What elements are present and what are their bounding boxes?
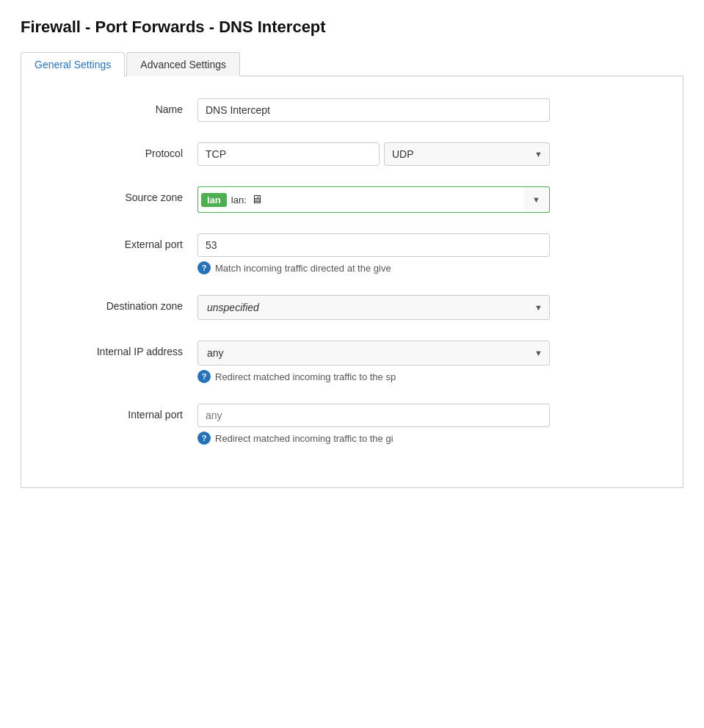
name-input[interactable] (197, 98, 550, 122)
external-port-help-text: Match incoming traffic directed at the g… (215, 263, 391, 274)
destination-zone-label: Destination zone (36, 295, 197, 312)
internal-ip-label: Internal IP address (36, 341, 197, 357)
tab-general[interactable]: General Settings (21, 52, 125, 76)
internal-port-help-row: ? Redirect matched incoming traffic to t… (197, 432, 550, 445)
lan-text: lan: (231, 194, 247, 205)
source-zone-label: Source zone (36, 186, 197, 203)
external-port-help-row: ? Match incoming traffic directed at the… (197, 261, 550, 274)
external-port-label: External port (36, 233, 197, 250)
internal-port-input[interactable] (197, 404, 550, 427)
internal-ip-help-row: ? Redirect matched incoming traffic to t… (197, 370, 550, 383)
protocol-label: Protocol (36, 142, 197, 159)
source-zone-row: Source zone lan lan: 🖥 ▼ (36, 186, 668, 213)
source-zone-dropdown-arrow: ▼ (532, 195, 540, 204)
protocol-select[interactable]: UDP TCP TCP/UDP Other (384, 142, 550, 166)
destination-zone-select[interactable]: unspecified lan wan any (197, 295, 550, 320)
computer-icon: 🖥 (251, 193, 263, 206)
page-title: Firewall - Port Forwards - DNS Intercept (21, 18, 683, 37)
lan-badge: lan (201, 193, 227, 207)
destination-zone-row: Destination zone unspecified lan wan any… (36, 295, 668, 320)
internal-ip-help-text: Redirect matched incoming traffic to the… (215, 371, 396, 382)
protocol-control: UDP TCP TCP/UDP Other ▼ (197, 142, 550, 166)
name-control (197, 98, 550, 122)
tabs-container: General Settings Advanced Settings (21, 51, 683, 76)
internal-port-help-text: Redirect matched incoming traffic to the… (215, 433, 393, 444)
form-area: Name Protocol UDP TCP TCP/UDP Other (21, 76, 683, 488)
external-port-row: External port ? Match incoming traffic d… (36, 233, 668, 274)
protocol-row: Protocol UDP TCP TCP/UDP Other ▼ (36, 142, 668, 166)
tab-advanced[interactable]: Advanced Settings (126, 52, 240, 76)
internal-port-help-icon: ? (197, 432, 211, 445)
protocol-tcp-input[interactable] (197, 142, 380, 166)
internal-ip-row: Internal IP address any ▼ ? Redirect mat… (36, 341, 668, 383)
destination-zone-control: unspecified lan wan any ▼ (197, 295, 550, 320)
name-label: Name (36, 98, 197, 115)
internal-ip-select[interactable]: any (197, 341, 550, 365)
internal-port-row: Internal port ? Redirect matched incomin… (36, 404, 668, 445)
name-row: Name (36, 98, 668, 122)
external-port-control: ? Match incoming traffic directed at the… (197, 233, 550, 274)
source-zone-control: lan lan: 🖥 ▼ (197, 186, 550, 213)
internal-ip-help-icon: ? (197, 370, 211, 383)
source-zone-input-area[interactable]: lan lan: 🖥 (197, 186, 523, 213)
internal-ip-control: any ▼ ? Redirect matched incoming traffi… (197, 341, 550, 383)
external-port-help-icon: ? (197, 261, 211, 274)
external-port-input[interactable] (197, 233, 550, 257)
internal-port-control: ? Redirect matched incoming traffic to t… (197, 404, 550, 445)
source-zone-dropdown-button[interactable]: ▼ (523, 186, 550, 213)
internal-port-label: Internal port (36, 404, 197, 421)
